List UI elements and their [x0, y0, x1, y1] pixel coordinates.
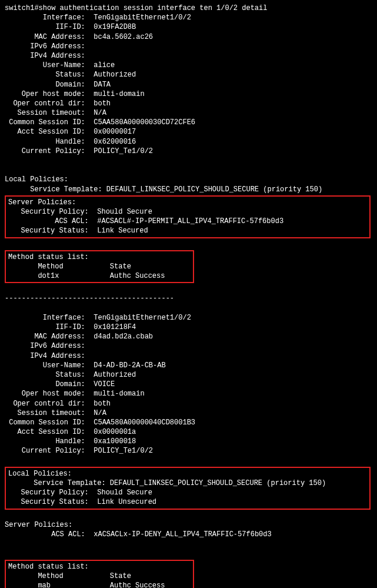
server-policies-box: Server Policies: Security Policy: Should… [5, 195, 371, 238]
value: multi-domain [94, 390, 144, 398]
col-state: State [110, 572, 131, 580]
command-text: show authentication session interface te… [39, 4, 268, 12]
value: POLICY_Te1/0/2 [94, 147, 153, 155]
value: Link Secured [97, 227, 148, 235]
label: Oper control dir: [5, 99, 94, 108]
value: TenGigabitEthernet1/0/2 [94, 14, 191, 22]
method-state: Authc Success [110, 582, 165, 588]
label: Oper host mode: [5, 90, 94, 98]
kv-oper-host-mode: Oper host mode: multi-domain [5, 89, 372, 99]
method-columns: Method State [8, 572, 191, 581]
col-method: Method [38, 263, 63, 271]
label: IPv6 Address: [5, 42, 94, 51]
kv-domain: Domain: DATA [5, 80, 372, 89]
label: Current Policy: [5, 147, 94, 155]
value: alice [94, 61, 115, 69]
blank-line [5, 456, 372, 466]
label: Security Status: [8, 498, 97, 506]
label: Security Status: [8, 227, 97, 235]
kv-ipv6: IPv6 Address: [5, 341, 372, 351]
label: IPv6 Address: [5, 342, 94, 350]
value: DEFAULT_LINKSEC_POLICY_SHOULD_SECURE (pr… [110, 479, 326, 487]
label: Acct Session ID: [5, 128, 94, 136]
value: TenGigabitEthernet1/0/2 [94, 314, 191, 322]
kv-ipv4: IPv4 Address: [5, 51, 372, 61]
value: 0x00000017 [94, 128, 136, 136]
label: Domain: [5, 81, 94, 89]
value: xACSACLx-IP-DENY_ALL_IPV4_TRAFFIC-57f6b0… [94, 530, 271, 539]
kv-user: User-Name: alice [5, 61, 372, 70]
value: both [94, 400, 111, 408]
label: MAC Address: [5, 33, 94, 41]
blank-line [5, 511, 372, 520]
blank-line [5, 284, 372, 294]
value: Should Secure [97, 208, 152, 216]
label: Common Session ID: [5, 418, 94, 427]
label: IPv4 Address: [5, 52, 94, 60]
local-policies-box: Local Policies: Service Template: DEFAUL… [5, 467, 371, 510]
pad [64, 263, 110, 271]
label: Security Policy: [8, 208, 97, 216]
kv-acs-acl: ACS ACL: #ACSACL#-IP-PERMIT_ALL_IPV4_TRA… [8, 217, 367, 226]
label: IIF-ID: [5, 323, 94, 331]
value: C5AA580A00000040CD8001B3 [94, 418, 195, 427]
value: VOICE [94, 380, 115, 388]
kv-oper-control-dir: Oper control dir: both [5, 99, 372, 108]
indent [8, 572, 38, 580]
kv-interface: Interface: TenGigabitEthernet1/0/2 [5, 13, 372, 22]
blank-line [5, 549, 372, 558]
kv-mac: MAC Address: bc4a.5602.ac26 [5, 32, 372, 42]
label: Handle: [5, 437, 94, 446]
label: ACS ACL: [5, 530, 94, 539]
kv-security-status: Security Status: Link Unsecured [8, 497, 367, 507]
kv-handle: Handle: 0x62000016 [5, 137, 372, 147]
blank-line [5, 240, 372, 249]
value: 0x101218F4 [94, 323, 136, 331]
method-status-header: Method status list: [8, 562, 191, 572]
value: DATA [94, 81, 111, 89]
kv-status: Status: Authorized [5, 370, 372, 380]
value: 0xa1000018 [94, 437, 136, 446]
value: 0x19FA2D8B [94, 23, 136, 31]
kv-iif-id: IIF-ID: 0x19FA2D8B [5, 22, 372, 32]
label: Acct Session ID: [5, 428, 94, 436]
kv-acs-acl: ACS ACL: xACSACLx-IP-DENY_ALL_IPV4_TRAFF… [5, 530, 372, 539]
server-policies-header: Server Policies: [8, 198, 367, 207]
value: Link Unsecured [97, 498, 156, 506]
value: bc4a.5602.ac26 [94, 33, 153, 41]
method-status-header: Method status list: [8, 253, 191, 262]
method-row: dot1x Authc Success [8, 271, 191, 281]
kv-session-timeout: Session timeout: N/A [5, 408, 372, 418]
server-policies-header: Server Policies: [5, 520, 372, 530]
pad [64, 572, 110, 580]
col-method: Method [38, 572, 63, 580]
value: both [94, 99, 111, 108]
kv-interface: Interface: TenGigabitEthernet1/0/2 [5, 313, 372, 323]
kv-security-policy: Security Policy: Should Secure [8, 207, 367, 217]
kv-acct-session-id: Acct Session ID: 0x00000017 [5, 127, 372, 137]
kv-handle: Handle: 0xa1000018 [5, 437, 372, 446]
kv-acct-session-id: Acct Session ID: 0x0000001a [5, 427, 372, 437]
local-policies-header: Local Policies: [5, 175, 372, 184]
method-columns: Method State [8, 262, 191, 271]
label: Interface: [5, 314, 94, 322]
label: Handle: [5, 138, 94, 146]
value: D4-AD-BD-2A-CB-AB [94, 361, 165, 370]
kv-oper-control-dir: Oper control dir: both [5, 399, 372, 408]
label: IPv4 Address: [5, 352, 94, 360]
kv-common-session-id: Common Session ID: C5AA580A00000040CD800… [5, 418, 372, 427]
kv-session-timeout: Session timeout: N/A [5, 108, 372, 118]
value: POLICY_Te1/0/2 [94, 447, 153, 455]
label: Service Template: [8, 479, 110, 487]
label: Status: [5, 371, 94, 379]
prompt: switch1# [5, 4, 39, 12]
method-row: mab Authc Success [8, 581, 191, 588]
value: multi-domain [94, 90, 144, 98]
label: Service Template: [5, 185, 106, 194]
value: d4ad.bd2a.cbab [94, 333, 153, 341]
value: DEFAULT_LINKSEC_POLICY_SHOULD_SECURE (pr… [106, 185, 322, 194]
label: Interface: [5, 14, 94, 22]
label: Session timeout: [5, 109, 94, 117]
kv-oper-host-mode: Oper host mode: multi-domain [5, 389, 372, 398]
label: Common Session ID: [5, 118, 94, 127]
